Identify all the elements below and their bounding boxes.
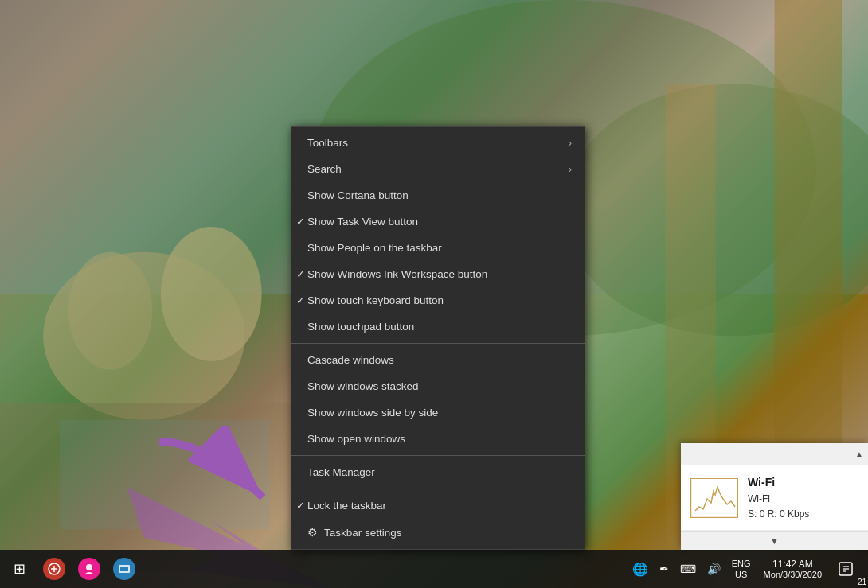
menu-separator [291, 455, 585, 456]
clock-date: Mon/3/30/2020 [764, 570, 822, 579]
clock-time: 11:42 AM [772, 559, 813, 570]
svg-point-16 [86, 564, 92, 570]
taskbar-app1[interactable] [38, 553, 70, 585]
wifi-scroll-up[interactable]: ▲ [855, 450, 863, 458]
menu-label-show-cortana: Show Cortana button [307, 189, 409, 201]
taskbar-left: ⊞ [0, 553, 143, 585]
tray-keyboard[interactable]: ⌨ [675, 550, 701, 588]
app2-icon [78, 558, 100, 580]
menu-label-search: Search [307, 163, 342, 175]
tray-volume[interactable]: 🔊 [702, 550, 725, 588]
svg-rect-18 [120, 567, 128, 571]
menu-item-show-cortana[interactable]: Show Cortana button [291, 182, 585, 208]
menu-label-task-manager: Task Manager [307, 466, 375, 478]
taskbar-right: 🌐 ✒ ⌨ 🔊 ENG US 11:42 AM Mon/3/30/2020 [621, 550, 868, 588]
svg-rect-12 [691, 479, 737, 517]
wifi-scroll-down[interactable]: ▼ [681, 531, 868, 550]
taskbar-app3[interactable] [108, 553, 140, 585]
menu-label-show-touch: Show touch keyboard button [307, 294, 444, 306]
notification-button[interactable]: 21 [830, 553, 862, 585]
checkmark-lock-taskbar: ✓ [296, 500, 305, 512]
tray-network[interactable]: 🌐 [628, 550, 653, 588]
app3-icon [113, 558, 135, 580]
menu-label-show-ink: Show Windows Ink Workspace button [307, 268, 487, 280]
menu-item-show-side[interactable]: Show windows side by side [291, 399, 585, 426]
menu-label-show-touchpad: Show touchpad button [307, 321, 414, 333]
menu-item-show-touch[interactable]: ✓Show touch keyboard button [291, 287, 585, 313]
menu-item-show-touchpad[interactable]: Show touchpad button [291, 313, 585, 340]
menu-item-cascade[interactable]: Cascade windows [291, 347, 585, 373]
tray-language[interactable]: ENG US [727, 550, 756, 588]
taskbar: ⊞ [0, 550, 868, 588]
checkmark-show-ink: ✓ [296, 268, 305, 280]
checkmark-show-touch: ✓ [296, 294, 305, 306]
menu-item-search[interactable]: Search› [291, 156, 585, 182]
tray-region: US [735, 569, 747, 580]
arrow-right-search: › [569, 163, 572, 175]
menu-label-show-people: Show People on the taskbar [307, 242, 442, 254]
menu-item-lock-taskbar[interactable]: ✓Lock the taskbar [291, 493, 585, 519]
menu-item-show-task-view[interactable]: ✓Show Task View button [291, 208, 585, 235]
menu-item-task-manager[interactable]: Task Manager [291, 459, 585, 485]
start-button[interactable]: ⊞ [3, 553, 35, 585]
menu-separator [291, 489, 585, 489]
menu-label-lock-taskbar: Lock the taskbar [307, 500, 386, 512]
wifi-popup-header: ▲ [681, 443, 868, 465]
taskbar-context-menu: Toolbars›Search›Show Cortana button✓Show… [291, 126, 585, 550]
svg-point-4 [161, 227, 262, 361]
wifi-info: Wi-Fi Wi-Fi S: 0 R: 0 Kbps [748, 473, 809, 522]
menu-item-taskbar-settings[interactable]: ⚙Taskbar settings [291, 519, 585, 546]
menu-item-show-open[interactable]: Show open windows [291, 426, 585, 452]
wifi-stats: S: 0 R: 0 Kbps [748, 507, 809, 522]
menu-label-toolbars: Toolbars [307, 137, 348, 149]
taskbar-clock[interactable]: 11:42 AM Mon/3/30/2020 [757, 559, 828, 579]
gear-icon-taskbar-settings: ⚙ [307, 526, 318, 539]
app1-icon [43, 558, 65, 580]
tray-lang: ENG [732, 558, 751, 569]
menu-label-show-side: Show windows side by side [307, 407, 438, 419]
menu-label-show-open: Show open windows [307, 433, 405, 445]
wifi-popup: ▲ Wi-Fi Wi-Fi S: 0 R: 0 Kbps ▼ [681, 443, 868, 550]
tray-pen[interactable]: ✒ [655, 550, 674, 588]
menu-item-show-ink[interactable]: ✓Show Windows Ink Workspace button [291, 261, 585, 287]
wifi-item[interactable]: Wi-Fi Wi-Fi S: 0 R: 0 Kbps [681, 465, 868, 531]
checkmark-show-task-view: ✓ [296, 216, 305, 228]
wifi-graph [690, 478, 738, 518]
arrow-right-toolbars: › [569, 137, 572, 149]
menu-item-show-stacked[interactable]: Show windows stacked [291, 373, 585, 399]
taskbar-app2[interactable] [73, 553, 105, 585]
menu-item-toolbars[interactable]: Toolbars› [291, 130, 585, 156]
menu-label-taskbar-settings: Taskbar settings [324, 527, 402, 539]
wifi-subtitle: Wi-Fi [748, 492, 809, 507]
notification-count: 21 [858, 578, 866, 586]
menu-label-cascade: Cascade windows [307, 354, 394, 366]
menu-label-show-stacked: Show windows stacked [307, 380, 419, 392]
menu-separator [291, 343, 585, 344]
menu-item-show-people[interactable]: Show People on the taskbar [291, 235, 585, 261]
svg-point-5 [68, 252, 153, 370]
arrow-indicator [143, 426, 303, 524]
wifi-name: Wi-Fi [748, 473, 809, 491]
menu-label-show-task-view: Show Task View button [307, 216, 418, 228]
